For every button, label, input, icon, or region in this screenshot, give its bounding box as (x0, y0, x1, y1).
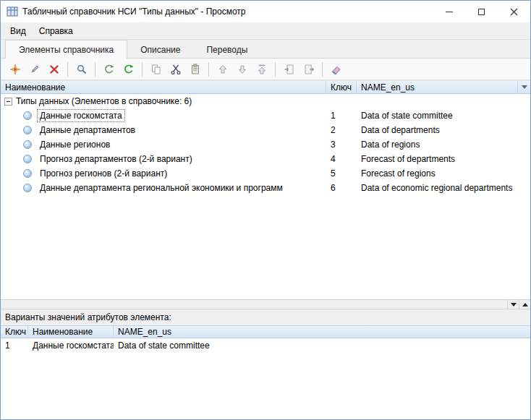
menu-item-view[interactable]: Вид (4, 24, 33, 38)
element-icon (23, 155, 32, 163)
element-icon (23, 184, 32, 192)
cut-button[interactable] (166, 61, 185, 78)
attributes-panel-header: Варианты значений атрибутов элемента: (1, 309, 530, 325)
tab-description[interactable]: Описание (127, 41, 193, 59)
element-icon (23, 169, 32, 178)
tree-item-row[interactable]: Прогноз регионов (2-й вариант) 5 Forecas… (1, 166, 530, 181)
panel-splitter[interactable] (1, 299, 530, 309)
maximize-button[interactable] (465, 1, 498, 22)
attr-cell-name-en: Data of state committee (114, 338, 530, 352)
paste-icon (190, 64, 201, 75)
clear-button[interactable] (326, 61, 346, 78)
tree-item-key: 4 (326, 154, 357, 164)
tree-item-row[interactable]: Данные департаментов 2 Data of departmen… (1, 123, 530, 137)
close-button[interactable] (498, 1, 530, 22)
attributes-table-empty-area (1, 352, 530, 419)
delete-icon (48, 64, 60, 75)
tab-translations[interactable]: Переводы (193, 41, 260, 59)
window-title: Табличный справочник НСИ "Типы данных" -… (22, 7, 433, 17)
tree-view: Типы данных (Элементов в справочнике: 6)… (1, 94, 530, 299)
tree-item-label: Данные регионов (37, 138, 113, 151)
triangle-down-icon (511, 303, 517, 307)
app-icon (7, 6, 18, 17)
attributes-table-header: Ключ Наименование NAME_en_us (1, 325, 530, 338)
tree-item-label: Прогноз департаментов (2-й вариант) (37, 153, 195, 166)
element-icon (23, 111, 32, 120)
copy-button[interactable] (146, 61, 166, 78)
attr-column-header-name[interactable]: Наименование (28, 326, 114, 338)
tree-item-row[interactable]: Данные госкомстата 1 Data of state commi… (1, 108, 530, 123)
search-button[interactable] (72, 61, 91, 78)
expand-panel-button[interactable] (519, 300, 530, 309)
tree-item-key: 1 (326, 111, 357, 121)
refresh-icon (123, 64, 135, 75)
tree-item-row[interactable]: Данные департамента региональной экономи… (1, 181, 530, 195)
tab-elements[interactable]: Элементы справочника (5, 40, 127, 59)
move-up-icon (217, 64, 229, 75)
paste-button[interactable] (185, 61, 205, 78)
chevron-down-icon (522, 85, 527, 89)
tree-item-name-en: Data of departments (357, 125, 517, 135)
attr-column-header-key[interactable]: Ключ (1, 326, 28, 338)
search-icon (76, 64, 88, 75)
minimize-icon (446, 12, 453, 12)
add-button[interactable] (5, 61, 25, 78)
import-button[interactable] (279, 61, 299, 78)
tree-item-row[interactable]: Прогноз департаментов (2-й вариант) 4 Fo… (1, 152, 530, 166)
toolbar-separator (95, 62, 95, 77)
refresh-button[interactable] (119, 61, 138, 78)
column-header-key[interactable]: Ключ (326, 81, 357, 93)
attributes-table-row[interactable]: 1 Данные госкомстата Data of state commi… (1, 338, 530, 352)
tab-strip: Элементы справочника Описание Переводы (1, 40, 530, 59)
title-bar: Табличный справочник НСИ "Типы данных" -… (1, 1, 530, 22)
copy-icon (150, 64, 162, 75)
collapse-icon[interactable] (4, 98, 12, 106)
move-down-button[interactable] (232, 61, 252, 78)
tree-root-row[interactable]: Типы данных (Элементов в справочнике: 6) (1, 94, 530, 108)
tree-item-name-en: Data of economic regional departments (357, 183, 517, 193)
toolbar-separator (322, 62, 323, 77)
collapse-panel-button[interactable] (507, 300, 519, 309)
column-header-name-en[interactable]: NAME_en_us (357, 81, 517, 93)
column-header-name[interactable]: Наименование (1, 81, 326, 93)
move-top-button[interactable] (252, 61, 271, 78)
tree-item-key: 6 (326, 183, 357, 193)
minimize-button[interactable] (433, 1, 465, 22)
cut-icon (170, 64, 182, 75)
triangle-up-icon (522, 303, 528, 307)
tree-item-label: Прогноз регионов (2-й вариант) (37, 167, 170, 180)
attr-column-header-name-en[interactable]: NAME_en_us (114, 326, 530, 338)
tree-item-label: Данные госкомстата (37, 109, 125, 122)
menu-item-help[interactable]: Справка (33, 24, 80, 38)
refresh-all-icon (103, 64, 115, 75)
tree-item-name-en: Forecast of regions (357, 168, 517, 179)
edit-button[interactable] (25, 61, 44, 78)
element-icon (23, 140, 32, 149)
tree-root-label: Типы данных (Элементов в справочнике: 6) (16, 96, 192, 106)
attr-cell-key: 1 (1, 338, 28, 352)
toolbar-separator (208, 62, 209, 77)
edit-icon (29, 64, 41, 75)
import-icon (284, 64, 295, 75)
toolbar-separator (275, 62, 276, 77)
column-chooser-button[interactable] (517, 81, 530, 93)
tree-item-label: Данные департаментов (37, 124, 138, 137)
refresh-all-button[interactable] (99, 61, 119, 78)
export-button[interactable] (299, 61, 318, 78)
move-up-button[interactable] (213, 61, 232, 78)
move-down-icon (237, 64, 248, 75)
tree-item-key: 5 (326, 168, 357, 179)
tree-item-key: 2 (326, 125, 357, 135)
toolbar-separator (142, 62, 143, 77)
close-icon (510, 8, 518, 16)
tree-item-row[interactable]: Данные регионов 3 Data of regions (1, 137, 530, 152)
export-icon (303, 64, 315, 75)
list-header: Наименование Ключ NAME_en_us (1, 80, 530, 94)
add-icon (9, 64, 21, 75)
menu-bar: Вид Справка (1, 22, 530, 40)
attributes-panel-title: Варианты значений атрибутов элемента: (5, 312, 171, 322)
delete-button[interactable] (44, 61, 64, 78)
element-icon (23, 126, 32, 134)
tree-item-key: 3 (326, 140, 357, 150)
tree-item-label: Данные департамента региональной экономи… (37, 181, 286, 194)
